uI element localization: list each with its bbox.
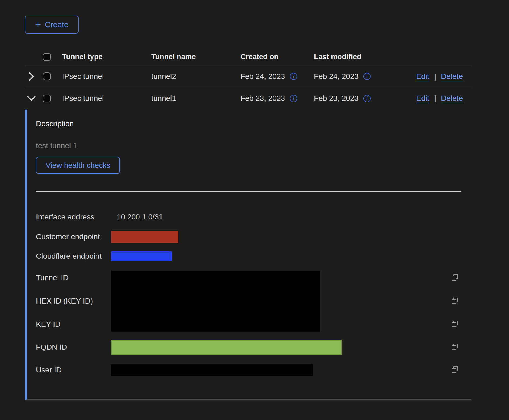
- table-row: IPsec tunnel tunnel2 Feb 24, 2023 i Feb …: [25, 66, 471, 87]
- copy-icon[interactable]: [451, 320, 458, 328]
- info-icon[interactable]: i: [363, 73, 371, 80]
- tunnel-details-grid: Interface address 10.200.1.0/31 Customer…: [36, 207, 471, 381]
- customer-endpoint-label: Customer endpoint: [36, 232, 111, 241]
- table-header-row: Tunnel type Tunnel name Created on Last …: [25, 48, 471, 66]
- info-icon[interactable]: i: [290, 95, 297, 102]
- created-on-value: Feb 23, 2023: [240, 94, 285, 103]
- description-label: Description: [36, 119, 471, 128]
- tunnels-table: Tunnel type Tunnel name Created on Last …: [25, 48, 471, 110]
- header-tunnel-name: Tunnel name: [143, 53, 232, 61]
- last-modified-value: Feb 24, 2023: [314, 72, 359, 81]
- plus-icon: +: [35, 19, 41, 29]
- header-created-on: Created on: [232, 53, 305, 61]
- view-health-checks-label: View health checks: [46, 161, 110, 170]
- chevron-right-icon[interactable]: [28, 72, 34, 81]
- created-on-value: Feb 24, 2023: [240, 72, 285, 81]
- copy-icon[interactable]: [451, 297, 458, 304]
- copy-icon[interactable]: [451, 274, 458, 281]
- user-id-label: User ID: [36, 366, 111, 374]
- tunnel-name-value: tunnel1: [143, 94, 232, 103]
- delete-link[interactable]: Delete: [441, 94, 463, 103]
- tunnel-type-value: IPsec tunnel: [53, 94, 143, 103]
- header-tunnel-type: Tunnel type: [53, 53, 143, 61]
- create-button[interactable]: + Create: [25, 16, 79, 34]
- create-button-label: Create: [45, 20, 68, 29]
- cloudflare-endpoint-redacted-value: [111, 251, 172, 261]
- hex-id-label: HEX ID (KEY ID): [36, 297, 111, 305]
- panel-divider: [36, 191, 461, 192]
- interface-address-value: 10.200.1.0/31: [111, 213, 445, 221]
- info-icon[interactable]: i: [290, 73, 297, 80]
- fqdn-id-label: FQDN ID: [36, 343, 111, 352]
- edit-link[interactable]: Edit: [416, 72, 429, 81]
- chevron-down-icon[interactable]: [27, 95, 36, 101]
- tunnel-type-value: IPsec tunnel: [53, 72, 143, 81]
- view-health-checks-button[interactable]: View health checks: [36, 157, 120, 174]
- tunnel-details-panel: Description test tunnel 1 View health ch…: [25, 110, 471, 400]
- action-separator: |: [434, 94, 436, 103]
- copy-icon[interactable]: [451, 343, 458, 351]
- key-id-label: KEY ID: [36, 320, 111, 329]
- last-modified-value: Feb 23, 2023: [314, 94, 359, 103]
- description-value: test tunnel 1: [36, 141, 471, 150]
- row-checkbox[interactable]: [43, 95, 51, 102]
- delete-link[interactable]: Delete: [441, 72, 463, 81]
- fqdn-id-redacted-value: [111, 340, 342, 355]
- copy-icon[interactable]: [451, 366, 458, 373]
- select-all-checkbox[interactable]: [43, 53, 51, 61]
- table-row: IPsec tunnel tunnel1 Feb 23, 2023 i Feb …: [25, 87, 471, 110]
- action-separator: |: [434, 72, 436, 81]
- row-checkbox[interactable]: [43, 72, 51, 80]
- tunnel-hex-key-redacted-value: [111, 271, 320, 332]
- user-id-redacted-value: [111, 364, 313, 376]
- tunnel-id-label: Tunnel ID: [36, 274, 111, 282]
- tunnel-name-value: tunnel2: [143, 72, 232, 81]
- edit-link[interactable]: Edit: [416, 94, 429, 103]
- interface-address-label: Interface address: [36, 213, 111, 221]
- header-last-modified: Last modified: [305, 53, 389, 61]
- customer-endpoint-redacted-value: [111, 231, 178, 243]
- info-icon[interactable]: i: [363, 95, 371, 102]
- cloudflare-endpoint-label: Cloudflare endpoint: [36, 252, 111, 261]
